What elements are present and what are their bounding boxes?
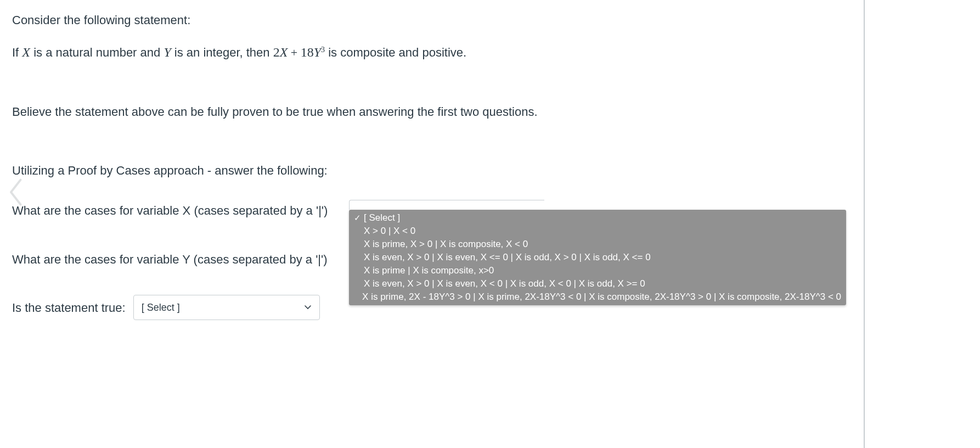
dropdown-option-0[interactable]: X > 0 | X < 0 [351, 225, 844, 238]
dropdown-option-2[interactable]: X is even, X > 0 | X is even, X <= 0 | X… [351, 251, 844, 264]
math-2: 2 [273, 45, 280, 59]
dropdown-option-1-label: X is prime, X > 0 | X is composite, X < … [364, 238, 528, 251]
select-placeholder-text: [ Select ] [142, 300, 180, 315]
dropdown-option-2-label: X is even, X > 0 | X is even, X <= 0 | X… [364, 251, 651, 264]
dropdown-option-3[interactable]: X is prime | X is composite, x>0 [351, 264, 844, 277]
statement-true-select[interactable]: [ Select ] [133, 295, 320, 320]
question-1-label: What are the cases for variable X (cases… [12, 201, 328, 220]
dropdown-option-4-label: X is even, X > 0 | X is even, X < 0 | X … [364, 277, 645, 290]
statement-mid1: is a natural number and [30, 46, 164, 59]
dropdown-option-4[interactable]: X is even, X > 0 | X is even, X < 0 | X … [351, 277, 844, 290]
cases-x-select-collapsed[interactable] [349, 200, 544, 210]
dropdown-option-5-label: X is prime, 2X - 18Y^3 > 0 | X is prime,… [362, 290, 841, 304]
dropdown-selected-label: [ Select ] [364, 211, 400, 225]
math-y2: Y [314, 45, 321, 59]
dropdown-option-selected[interactable]: ✓ [ Select ] [351, 211, 844, 225]
believe-text: Believe the statement above can be fully… [12, 103, 968, 121]
math-var-x: X [22, 45, 30, 59]
question-2-label: What are the cases for variable Y (cases… [12, 250, 328, 268]
statement-text: If X is a natural number and Y is an int… [12, 42, 968, 62]
right-divider [864, 0, 865, 448]
math-var-y: Y [164, 45, 171, 59]
cases-x-dropdown[interactable]: ✓ [ Select ] X > 0 | X < 0 X is prime, X… [349, 210, 846, 305]
dropdown-option-3-label: X is prime | X is composite, x>0 [364, 264, 494, 277]
dropdown-option-0-label: X > 0 | X < 0 [364, 225, 415, 238]
question-3-label: Is the statement true: [12, 299, 126, 317]
check-icon: ✓ [354, 211, 364, 225]
chevron-down-icon [304, 304, 312, 311]
consider-heading: Consider the following statement: [12, 11, 968, 29]
utilizing-text: Utilizing a Proof by Cases approach - an… [12, 161, 968, 180]
statement-mid2: is an integer, then [171, 46, 273, 59]
math-x2: X [280, 45, 288, 59]
statement-prefix: If [12, 46, 22, 59]
statement-suffix: is composite and positive. [325, 46, 466, 59]
math-plus: + [288, 46, 300, 59]
dropdown-option-5[interactable]: X is prime, 2X - 18Y^3 > 0 | X is prime,… [351, 290, 844, 304]
math-18: 18 [301, 45, 314, 59]
dropdown-option-1[interactable]: X is prime, X > 0 | X is composite, X < … [351, 238, 844, 251]
